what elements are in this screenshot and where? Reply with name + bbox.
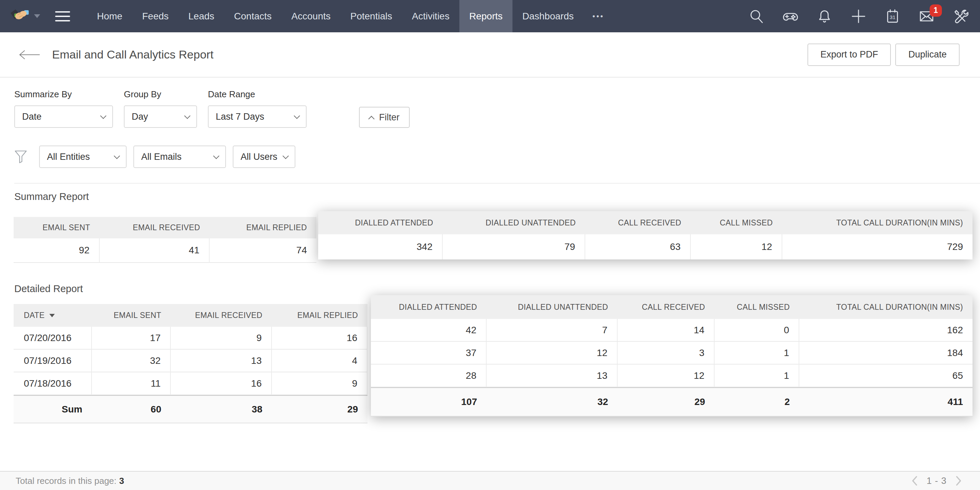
nav-item-reports[interactable]: Reports	[460, 0, 512, 32]
table-cell: 9	[171, 327, 272, 350]
group-by-select[interactable]: Day	[124, 105, 197, 128]
nav-item-dashboards[interactable]: Dashboards	[512, 0, 584, 32]
detailed-report-title: Detailed Report	[14, 283, 980, 295]
table-cell: 16	[272, 327, 368, 350]
nav-item-home[interactable]: Home	[87, 0, 132, 32]
table-cell: 28	[371, 365, 487, 387]
table-cell: 74	[210, 238, 317, 263]
nav-item-potentials[interactable]: Potentials	[340, 0, 402, 32]
svg-text:31: 31	[889, 14, 895, 20]
table-cell: 1	[714, 342, 799, 365]
total-records-label: Total records in this page:3	[16, 476, 124, 486]
total-records-value: 3	[119, 476, 124, 486]
sum-cell: 29	[272, 396, 368, 423]
column-header-date-sort[interactable]: DATE	[14, 304, 92, 327]
setup-tools-icon[interactable]	[953, 8, 969, 24]
table-cell: 79	[443, 234, 585, 260]
column-header: DIALLED UNATTENDED	[443, 211, 585, 234]
table-cell: 1	[714, 365, 799, 387]
table-cell-date: 07/20/2016	[14, 327, 92, 350]
table-row: 07/19/2016 32 13 4	[14, 350, 368, 372]
summarize-by-select[interactable]: Date	[14, 105, 113, 128]
notifications-bell-icon[interactable]	[817, 8, 832, 24]
nav-item-accounts[interactable]: Accounts	[282, 0, 340, 32]
pagination-prev-icon[interactable]	[911, 476, 918, 486]
total-records-text: Total records in this page:	[16, 476, 116, 486]
nav-more-button[interactable]: •••	[584, 0, 613, 32]
mail-icon[interactable]: 1	[919, 8, 934, 24]
table-cell: 13	[171, 350, 272, 372]
nav-item-leads[interactable]: Leads	[179, 0, 224, 32]
table-cell: 12	[691, 234, 782, 260]
email-call-analytics-page: Home Feeds Leads Contacts Accounts Poten…	[0, 0, 980, 490]
sum-cell: 32	[487, 388, 617, 417]
nav-item-feeds[interactable]: Feeds	[132, 0, 179, 32]
table-cell: 41	[100, 238, 210, 263]
table-cell-date: 07/18/2016	[14, 372, 92, 395]
table-header-row: DIALLED ATTENDED DIALLED UNATTENDED CALL…	[318, 211, 972, 234]
navbar-actions: 31 1	[749, 8, 969, 24]
filters-section: Summarize By Date Group By Day Date Rang…	[0, 78, 980, 168]
summarize-by-value: Date	[22, 111, 41, 122]
nav-item-activities[interactable]: Activities	[402, 0, 459, 32]
back-arrow-icon[interactable]	[19, 50, 40, 60]
summary-report-title: Summary Report	[14, 191, 980, 202]
summarize-by-label: Summarize By	[14, 89, 113, 100]
detailed-call-table: DIALLED ATTENDED DIALLED UNATTENDED CALL…	[371, 295, 972, 417]
table-cell: 65	[799, 365, 972, 387]
calendar-icon[interactable]: 31	[885, 8, 900, 24]
table-cell: 63	[585, 234, 691, 260]
table-cell: 184	[799, 342, 972, 365]
emails-filter-value: All Emails	[141, 152, 182, 162]
filter-toggle-button[interactable]: Filter	[359, 107, 410, 128]
column-header: CALL RECEIVED	[585, 211, 691, 234]
pagination-range: 1 - 3	[927, 476, 947, 486]
table-cell: 11	[92, 372, 171, 395]
duplicate-button[interactable]: Duplicate	[895, 43, 959, 66]
export-to-pdf-button[interactable]: Export to PDF	[808, 43, 891, 66]
chevron-down-icon	[294, 113, 300, 119]
sum-cell: 29	[617, 388, 714, 417]
table-cell: 162	[799, 319, 972, 342]
table-cell: 17	[92, 327, 171, 350]
sort-desc-icon	[49, 314, 55, 317]
gamepad-icon[interactable]	[783, 8, 798, 24]
entities-filter-select[interactable]: All Entities	[39, 146, 127, 168]
pagination-next-icon[interactable]	[955, 476, 962, 486]
nav-item-contacts[interactable]: Contacts	[224, 0, 282, 32]
table-header-row: EMAIL SENT EMAIL RECEIVED EMAIL REPLIED	[14, 217, 317, 238]
entities-filter-value: All Entities	[47, 152, 90, 162]
column-header: TOTAL CALL DURATION(IN MINS)	[799, 295, 972, 319]
table-cell: 42	[371, 319, 487, 342]
funnel-filter-icon	[14, 150, 27, 164]
date-header-label: DATE	[24, 311, 45, 320]
group-by-label: Group By	[124, 89, 197, 100]
table-header-row: DIALLED ATTENDED DIALLED UNATTENDED CALL…	[371, 295, 972, 319]
search-icon[interactable]	[749, 8, 764, 24]
hamburger-menu-icon[interactable]	[55, 11, 70, 21]
table-cell: 4	[272, 350, 368, 372]
table-cell: 0	[714, 319, 799, 342]
table-cell: 37	[371, 342, 487, 365]
table-row: 92 41 74	[14, 238, 317, 263]
users-filter-select[interactable]: All Users	[233, 146, 295, 168]
date-range-label: Date Range	[208, 89, 307, 100]
app-logo[interactable]	[10, 6, 40, 26]
date-range-select[interactable]: Last 7 Days	[208, 105, 307, 128]
add-plus-icon[interactable]	[851, 8, 866, 24]
table-row: 07/18/2016 11 16 9	[14, 372, 368, 395]
table-cell: 14	[617, 319, 714, 342]
emails-filter-select[interactable]: All Emails	[134, 146, 226, 168]
column-header: EMAIL SENT	[92, 304, 171, 327]
top-navbar: Home Feeds Leads Contacts Accounts Poten…	[0, 0, 980, 32]
sum-label-cell: Sum	[14, 396, 92, 423]
table-cell: 342	[318, 234, 443, 260]
sum-cell: 107	[371, 388, 487, 417]
page-footer: Total records in this page:3 1 - 3	[0, 471, 980, 490]
table-cell-date: 07/19/2016	[14, 350, 92, 372]
chevron-down-icon	[100, 113, 106, 119]
group-by-value: Day	[132, 111, 148, 122]
detailed-report-section: Detailed Report DATE EMAIL SENT EMAIL RE…	[0, 283, 980, 425]
table-cell: 7	[487, 319, 617, 342]
summary-email-table: EMAIL SENT EMAIL RECEIVED EMAIL REPLIED …	[14, 217, 317, 263]
